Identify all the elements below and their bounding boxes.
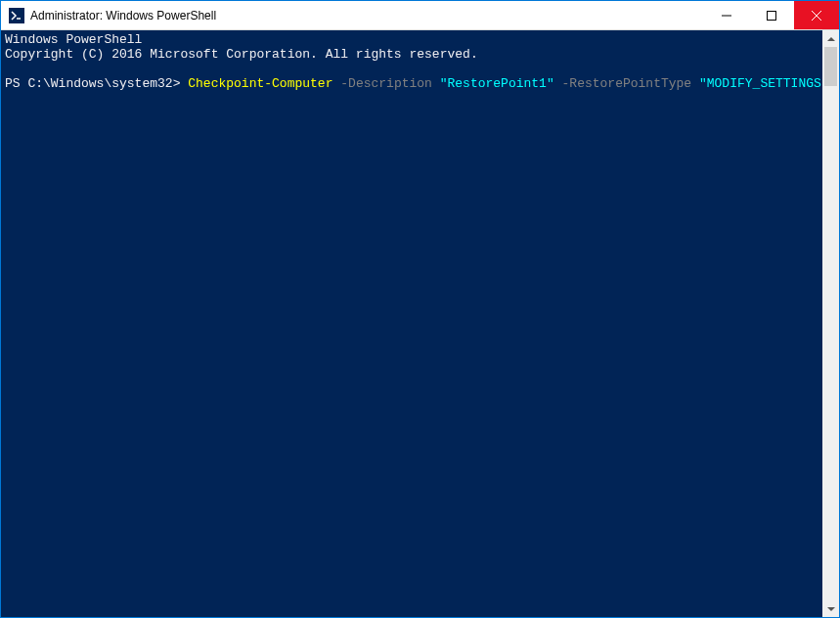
header-line: Windows PowerShell — [5, 32, 142, 47]
cmdlet-name: Checkpoint-Computer — [188, 76, 332, 91]
param-restoretype: -RestorePointType — [554, 76, 699, 91]
window-controls — [704, 1, 839, 29]
titlebar[interactable]: Administrator: Windows PowerShell — [1, 1, 839, 30]
console-output[interactable]: Windows PowerShell Copyright (C) 2016 Mi… — [1, 30, 822, 617]
prompt-ps: PS — [5, 76, 27, 91]
powershell-window: Administrator: Windows PowerShell Window… — [0, 0, 840, 618]
scroll-thumb[interactable] — [824, 47, 837, 86]
copyright-line: Copyright (C) 2016 Microsoft Corporation… — [5, 47, 478, 62]
scroll-track[interactable] — [822, 47, 839, 600]
maximize-button[interactable] — [749, 1, 794, 29]
window-title: Administrator: Windows PowerShell — [30, 9, 704, 22]
scroll-up-button[interactable] — [822, 30, 839, 47]
svg-rect-3 — [768, 11, 776, 20]
value-description: "RestorePoint1" — [440, 76, 554, 91]
console-area: Windows PowerShell Copyright (C) 2016 Mi… — [1, 30, 839, 617]
powershell-icon — [9, 8, 24, 23]
param-description: -Description — [332, 76, 439, 91]
minimize-button[interactable] — [704, 1, 749, 29]
vertical-scrollbar[interactable] — [822, 30, 839, 617]
prompt-path: C:\Windows\system32> — [27, 76, 180, 91]
scroll-down-button[interactable] — [822, 600, 839, 617]
value-restoretype: "MODIFY_SETTINGS" — [699, 76, 822, 91]
close-button[interactable] — [794, 1, 839, 29]
